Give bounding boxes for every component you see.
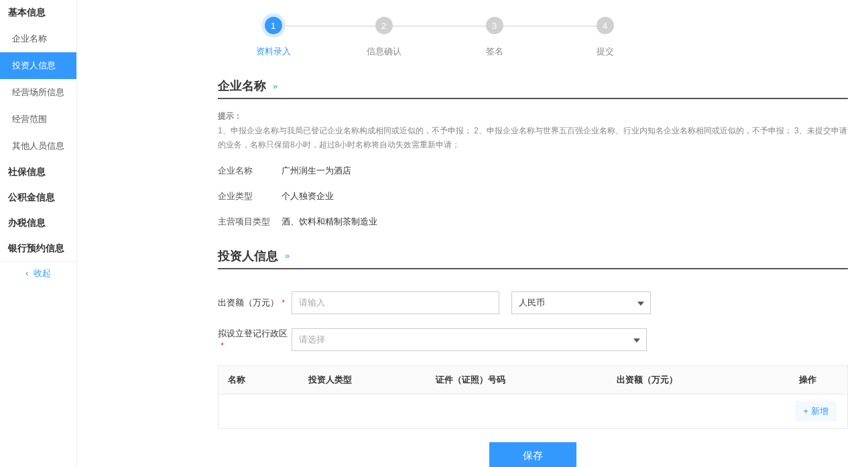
chevron-left-icon: ‹: [25, 268, 28, 278]
value-company-type: 个人独资企业: [282, 190, 334, 202]
step-4: 4 提交: [550, 13, 660, 58]
sidebar-group-basic: 基本信息: [0, 0, 76, 25]
sidebar-group-bank[interactable]: 银行预约信息: [0, 236, 76, 261]
value-company-name: 广州润生一为酒店: [282, 165, 351, 177]
sidebar-item-company-name[interactable]: 企业名称: [0, 25, 76, 52]
sidebar-item-scope[interactable]: 经营范围: [0, 106, 76, 133]
step-4-num: 4: [597, 17, 614, 34]
investor-table: 名称 投资人类型 证件（证照）号码 出资额（万元） 操作 +新增: [218, 365, 848, 429]
sidebar: 基本信息 企业名称 投资人信息 经营场所信息 经营范围 其他人员信息 社保信息 …: [0, 0, 77, 467]
sidebar-item-location[interactable]: 经营场所信息: [0, 79, 76, 106]
section-title-investor: 投资人信息: [218, 248, 278, 264]
step-2-label: 信息确认: [367, 46, 401, 58]
save-button[interactable]: 保存: [489, 442, 576, 467]
chevron-down-icon[interactable]: »: [273, 81, 275, 91]
sidebar-item-investor[interactable]: 投资人信息: [0, 52, 76, 79]
sidebar-item-other-personnel[interactable]: 其他人员信息: [0, 133, 76, 159]
sidebar-group-fund[interactable]: 公积金信息: [0, 185, 76, 210]
step-indicator: 1 资料录入 2 信息确认 3 签名 4 提交: [218, 13, 660, 58]
step-2-num: 2: [375, 17, 393, 34]
table-header: 名称 投资人类型 证件（证照）号码 出资额（万元） 操作: [219, 366, 847, 395]
hint-body: 1、申报企业名称与我局已登记企业名称构成相同或近似的，不予申报； 2、申报企业名…: [218, 126, 847, 150]
amount-input[interactable]: [292, 291, 499, 314]
step-1-num: 1: [265, 17, 282, 34]
plus-icon: +: [803, 406, 808, 416]
step-4-label: 提交: [597, 46, 614, 58]
label-region: 拟设立登记行政区*: [218, 328, 292, 352]
step-1: 1 资料录入: [218, 13, 328, 58]
add-row-button[interactable]: +新增: [795, 401, 836, 421]
sidebar-collapse[interactable]: ‹ 收起: [0, 261, 76, 285]
company-hint: 提示： 1、申报企业名称与我局已登记企业名称构成相同或近似的，不予申报； 2、申…: [218, 109, 848, 153]
th-op: 操作: [768, 366, 847, 394]
hint-title: 提示：: [218, 111, 242, 121]
th-amt: 出资额（万元）: [607, 366, 768, 394]
label-amount: 出资额（万元）*: [218, 297, 292, 309]
label-company-name: 企业名称: [218, 165, 282, 177]
label-company-type: 企业类型: [218, 190, 282, 202]
region-select[interactable]: 请选择: [292, 328, 647, 351]
main-content: 1 资料录入 2 信息确认 3 签名 4 提交 企业名称 »: [77, 0, 868, 467]
section-title-company: 企业名称: [218, 78, 266, 94]
step-3-label: 签名: [486, 46, 503, 58]
label-main-category: 主营项目类型: [218, 216, 282, 228]
th-id: 证件（证照）号码: [426, 366, 607, 394]
th-name: 名称: [219, 366, 299, 394]
step-3-num: 3: [486, 17, 503, 34]
step-3: 3 签名: [439, 13, 550, 58]
th-type: 投资人类型: [299, 366, 426, 394]
sidebar-group-social[interactable]: 社保信息: [0, 159, 76, 185]
step-2: 2 信息确认: [328, 13, 439, 58]
value-main-category: 酒、饮料和精制茶制造业: [282, 216, 377, 228]
step-1-label: 资料录入: [256, 46, 291, 58]
sidebar-group-tax[interactable]: 办税信息: [0, 210, 76, 236]
currency-select[interactable]: 人民币: [511, 291, 651, 314]
chevron-down-icon[interactable]: »: [285, 251, 287, 261]
collapse-label: 收起: [34, 268, 51, 278]
